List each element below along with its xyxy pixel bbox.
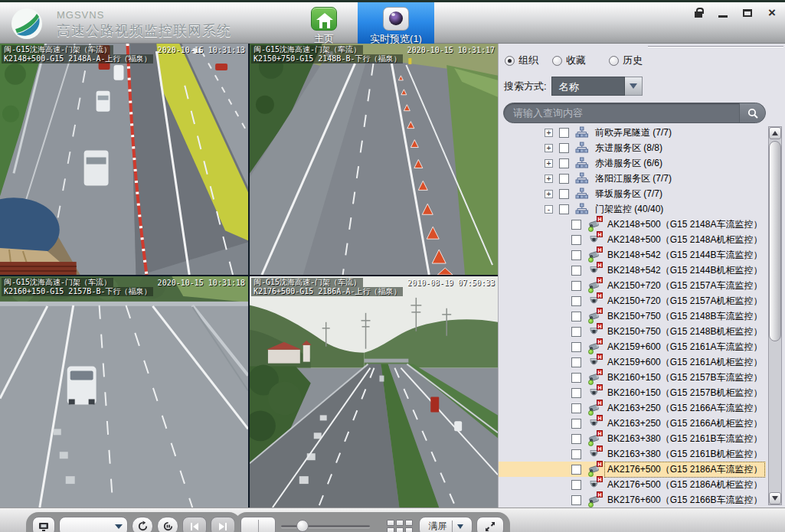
cycle-pause-button[interactable]	[157, 517, 178, 532]
group-checkbox[interactable]	[559, 158, 569, 168]
stream-select-dropdown[interactable]	[59, 517, 128, 532]
camera-checkbox[interactable]	[571, 419, 581, 429]
tree-camera-row[interactable]: H AK2148+500（G15 2148A车流监控）	[499, 217, 766, 232]
camera-checkbox[interactable]	[571, 266, 581, 276]
tree-camera-row[interactable]: H AK2159+600（G15 2161A车流监控）	[499, 339, 766, 354]
camera-label[interactable]: BK2160+150（G15 2157B机柜监控）	[604, 385, 765, 401]
slider-thumb[interactable]	[296, 520, 309, 532]
dropdown-arrow-icon[interactable]	[625, 77, 643, 96]
camera-label[interactable]: AK2159+600（G15 2161A机柜监控）	[604, 354, 765, 370]
video-pane-2[interactable]: 闽-G15沈海高速-门架（车流） K2150+750-G15 2148B-B-下…	[250, 44, 498, 275]
expand-toggle[interactable]: +	[545, 159, 553, 168]
camera-checkbox[interactable]	[571, 296, 581, 306]
tree-group-row[interactable]: + 前欧弄尾隧道 (7/7)	[499, 125, 766, 140]
panel-splitter[interactable]	[648, 46, 783, 47]
tree-camera-row[interactable]: H AK2163+250（G15 2166A车流监控）	[499, 400, 766, 416]
tree-camera-row[interactable]: H BK2148+542（G15 2144B机柜监控）	[499, 263, 766, 278]
radio-organization[interactable]: 组织	[505, 54, 538, 67]
camera-label[interactable]: AK2176+500（G15 2186A车流监控）	[604, 462, 765, 478]
video-pane-1[interactable]: 闽-G15沈海高速-门架（车流） K2148+500-G15 2148A-A-上…	[0, 44, 248, 275]
search-mode-dropdown[interactable]: 名称	[551, 77, 643, 96]
tree-group-row[interactable]: - 门架监控 (40/40)	[499, 201, 766, 217]
minimize-button[interactable]	[716, 7, 730, 19]
camera-label[interactable]: BK2163+380（G15 2161B车流监控）	[604, 431, 765, 447]
camera-checkbox[interactable]	[571, 495, 581, 505]
camera-label[interactable]: BK2160+150（G15 2157B车流监控）	[604, 370, 765, 386]
monitor-button[interactable]	[32, 517, 55, 532]
group-label[interactable]: 驿坂服务区 (7/7)	[592, 186, 666, 202]
camera-checkbox[interactable]	[571, 434, 581, 444]
video-pane-4[interactable]: 闽-G15沈海高速-门架（车流） K2176+500-G15 2186A-A-上…	[250, 276, 498, 508]
group-checkbox[interactable]	[559, 128, 569, 138]
group-label[interactable]: 洛阳江服务区 (7/7)	[592, 171, 675, 187]
tree-camera-row[interactable]: H BK2163+380（G15 2161B车流监控）	[499, 431, 766, 446]
camera-label[interactable]: BK2163+380（G15 2161B机柜监控）	[604, 446, 765, 462]
tree-camera-row[interactable]: H BK2160+150（G15 2157B车流监控）	[499, 370, 766, 385]
expand-button[interactable]	[476, 517, 504, 532]
tree-camera-row[interactable]: H BK2148+542（G15 2144B车流监控）	[499, 247, 766, 263]
tree-camera-row[interactable]: H AK2163+250（G15 2166A机柜监控）	[499, 416, 766, 431]
next-page-button[interactable]	[211, 517, 235, 532]
tree-group-row[interactable]: + 驿坂服务区 (7/7)	[499, 186, 766, 201]
camera-checkbox[interactable]	[571, 220, 581, 230]
expand-toggle[interactable]: +	[545, 129, 553, 137]
tree-group-row[interactable]: + 东进服务区 (8/8)	[499, 140, 766, 155]
camera-checkbox[interactable]	[571, 281, 581, 291]
search-input[interactable]	[504, 103, 739, 122]
radio-history[interactable]: 历史	[609, 54, 643, 67]
camera-label[interactable]: AK2163+250（G15 2166A机柜监控）	[604, 416, 765, 432]
camera-checkbox[interactable]	[571, 357, 581, 367]
camera-label[interactable]: AK2150+720（G15 2157A机柜监控）	[604, 293, 765, 309]
camera-label[interactable]: AK2148+500（G15 2148A车流监控）	[604, 217, 765, 233]
tree-group-row[interactable]: + 洛阳江服务区 (7/7)	[499, 171, 766, 186]
volume-slider[interactable]	[280, 517, 371, 532]
group-label[interactable]: 赤港服务区 (6/6)	[592, 155, 666, 171]
scroll-up-button[interactable]	[769, 127, 781, 139]
camera-checkbox[interactable]	[571, 465, 581, 475]
camera-label[interactable]: BK2148+542（G15 2144B车流监控）	[604, 247, 765, 263]
tree-camera-row[interactable]: H AK2148+500（G15 2148A机柜监控）	[499, 232, 766, 247]
camera-label[interactable]: AK2150+720（G15 2157A车流监控）	[604, 278, 765, 294]
camera-label[interactable]: AK2159+600（G15 2161A车流监控）	[604, 339, 765, 355]
group-label[interactable]: 东进服务区 (8/8)	[592, 140, 666, 156]
lock-icon[interactable]	[692, 7, 705, 19]
expand-toggle[interactable]: +	[545, 144, 553, 152]
expand-toggle[interactable]: +	[545, 175, 553, 183]
camera-checkbox[interactable]	[571, 403, 581, 413]
tree-camera-row[interactable]: H AK2176+500（G15 2186A车流监控）	[499, 462, 766, 477]
group-checkbox[interactable]	[559, 143, 569, 153]
layout-toggle[interactable]	[240, 517, 276, 532]
tab-live-preview[interactable]: 实时预览(1)	[358, 2, 434, 46]
camera-label[interactable]: BK2176+600（G15 2166B车流监控）	[604, 492, 765, 508]
group-checkbox[interactable]	[559, 204, 569, 214]
camera-checkbox[interactable]	[571, 250, 581, 260]
scroll-down-button[interactable]	[769, 492, 781, 504]
expand-toggle[interactable]: -	[545, 205, 553, 214]
group-checkbox[interactable]	[559, 174, 569, 184]
expand-toggle[interactable]: +	[545, 190, 553, 198]
radio-favorites[interactable]: 收藏	[552, 54, 586, 67]
search-button[interactable]	[739, 103, 765, 123]
camera-checkbox[interactable]	[571, 480, 581, 490]
tab-home[interactable]: 主页	[297, 2, 351, 46]
tree-camera-row[interactable]: H AK2159+600（G15 2161A机柜监控）	[499, 354, 766, 370]
camera-label[interactable]: AK2176+500（G15 2186A机柜监控）	[604, 477, 765, 493]
close-button[interactable]: ×	[765, 7, 779, 19]
tree-camera-row[interactable]: H BK2150+750（G15 2148B机柜监控）	[499, 324, 766, 339]
camera-checkbox[interactable]	[571, 373, 581, 383]
camera-label[interactable]: BK2150+750（G15 2148B机柜监控）	[604, 324, 765, 340]
tree-camera-row[interactable]: H BK2150+750（G15 2148B车流监控）	[499, 308, 766, 324]
grid-layout-icon[interactable]	[384, 517, 415, 532]
camera-label[interactable]: BK2148+542（G15 2144B机柜监控）	[604, 263, 765, 279]
tree-group-row[interactable]: + 赤港服务区 (6/6)	[499, 155, 766, 171]
maximize-button[interactable]	[741, 7, 754, 19]
cycle-button[interactable]	[132, 517, 153, 532]
video-pane-3[interactable]: 闽-G15沈海高速-门架（车流） K2160+150-G15 2157B-B-下…	[0, 276, 248, 508]
tree-scrollbar[interactable]	[768, 126, 782, 505]
tree-camera-row[interactable]: H AK2150+720（G15 2157A车流监控）	[499, 278, 766, 293]
camera-checkbox[interactable]	[571, 312, 581, 321]
camera-checkbox[interactable]	[571, 327, 581, 337]
camera-checkbox[interactable]	[571, 235, 581, 245]
group-checkbox[interactable]	[559, 189, 569, 199]
tree-camera-row[interactable]: H AK2150+720（G15 2157A机柜监控）	[499, 293, 766, 308]
